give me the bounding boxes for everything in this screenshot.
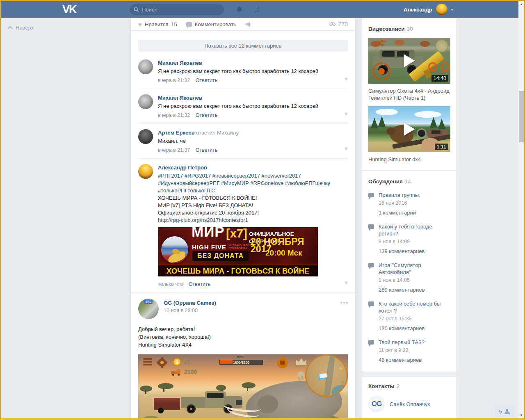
vk-logo[interactable]: VK bbox=[62, 3, 76, 16]
comment-like-icon[interactable]: ♥ bbox=[345, 110, 348, 117]
discussion-title[interactable]: Правила группы. bbox=[379, 192, 420, 199]
community-avatar[interactable]: OG bbox=[138, 299, 159, 319]
scroll-up-arrow[interactable]: ▲ bbox=[518, 2, 524, 6]
contact-avatar[interactable]: OG bbox=[368, 396, 385, 412]
avatar[interactable] bbox=[138, 94, 153, 109]
hashtag-line[interactable]: #РПГ2017 #RPG2017 #новыйсервер2017 #news… bbox=[158, 172, 348, 180]
comment-time: вчера в 21:32 bbox=[158, 78, 190, 83]
comment-like-icon[interactable]: ♥ bbox=[345, 279, 348, 286]
discussion-comments[interactable]: 1 комментарий bbox=[379, 209, 420, 216]
og-logo: OG bbox=[144, 300, 153, 304]
views-count: 770 bbox=[338, 21, 348, 27]
search-box[interactable] bbox=[130, 4, 224, 15]
video-thumbnail[interactable]: 1:11 bbox=[368, 106, 450, 152]
avatar[interactable] bbox=[138, 129, 153, 144]
video-title[interactable]: Симулятор Охоты 4x4 - Андроид Геймплей H… bbox=[368, 87, 450, 101]
reply-link[interactable]: Ответить bbox=[196, 78, 217, 83]
comment-author[interactable]: Михаил Яковлев bbox=[158, 95, 202, 101]
user-menu[interactable]: Александр ▾ bbox=[404, 1, 453, 18]
game-weight-label: Вес bbox=[237, 355, 243, 359]
game-coin-icon: S bbox=[173, 358, 181, 366]
user-name: Александр bbox=[404, 7, 432, 13]
post-menu-ellipsis-icon[interactable] bbox=[340, 299, 348, 319]
home-icon: ⌂ bbox=[340, 379, 344, 386]
comment-author[interactable]: Михаил Яковлев bbox=[158, 60, 202, 66]
like-label: Нравится bbox=[145, 21, 168, 27]
post-date[interactable]: 10 ноя в 23:00 bbox=[164, 308, 216, 313]
scroll-down-arrow[interactable]: ▼ bbox=[518, 413, 524, 417]
views-counter: 770 bbox=[329, 21, 348, 27]
contact-name[interactable]: Санёк Оппанчук bbox=[390, 401, 430, 407]
discussion-title[interactable]: Игра "Симулятор Автомобиля" bbox=[379, 262, 450, 276]
banner-platform: ОФИЦИАЛЬНАЯ ПЛАТФОРМА bbox=[228, 243, 252, 250]
post-author[interactable]: OG (Oppana Games) bbox=[164, 300, 216, 306]
discussion-comments[interactable]: 289 комментариев bbox=[379, 286, 450, 293]
online-members-badge[interactable]: 5 bbox=[494, 405, 514, 418]
promo-banner-image[interactable]: МИР [x7] HIGH FIVE ОФИЦИАЛЬНАЯ ПЛАТФОРМА… bbox=[158, 227, 318, 276]
banner-no-donate: БЕЗ ДОНАТА bbox=[192, 251, 249, 261]
discussions-section-header[interactable]: Обсуждения14 bbox=[368, 171, 450, 185]
comment-button[interactable]: Комментировать bbox=[186, 21, 236, 27]
post-card: ♥ Нравится 15 Комментировать 770 Показат… bbox=[130, 18, 356, 318]
chevron-down-icon: ▾ bbox=[451, 7, 453, 12]
post-card: OG OG (Oppana Games) 10 ноя в 23:00 Добр… bbox=[130, 292, 356, 420]
play-icon bbox=[404, 54, 415, 67]
reply-link[interactable]: Ответить bbox=[196, 112, 217, 118]
comment-like-icon[interactable]: ♥ bbox=[345, 145, 348, 152]
avatar[interactable] bbox=[138, 59, 153, 74]
comment-text-line: МИР [x7] PTS High Five! БЕЗ ДОНАТА! bbox=[158, 202, 348, 209]
game-screenshot-image[interactable]: S 41 2100 Вес 1600/5300 ▲ ⌂ bbox=[138, 354, 348, 420]
contact-item: OG Санёк Оппанчук bbox=[368, 396, 450, 412]
scrollbar[interactable]: ▲ ▼ bbox=[518, 1, 524, 418]
video-duration: 1:11 bbox=[435, 144, 448, 150]
discussion-item: Какой у тебя в городе регион? 8 ноя в 14… bbox=[368, 223, 450, 255]
discussion-title[interactable]: Твой первый ТАЗ? bbox=[379, 339, 425, 346]
share-button[interactable] bbox=[245, 21, 252, 27]
video-title[interactable]: Hunting Simulator 4x4 bbox=[368, 156, 450, 163]
person-icon bbox=[504, 409, 510, 414]
comment-author[interactable]: Артем Еркеев bbox=[158, 130, 194, 136]
game-crown-icon bbox=[296, 358, 306, 365]
online-count: 5 bbox=[499, 409, 502, 415]
notifications-bell-icon[interactable] bbox=[235, 1, 243, 18]
hashtag-line[interactable]: #ИдунановыйсерверРПГ #МируМИР #RPGonelov… bbox=[158, 180, 348, 187]
discussion-item: Игра "Симулятор Автомобиля" 8 ноя в 14:0… bbox=[368, 262, 450, 293]
right-sidebar: Видеозаписи30 5065 700 14:40 Симулятор О… bbox=[362, 18, 457, 420]
discussion-date: 8 ноя в 14:09 bbox=[379, 238, 450, 245]
vk-page: VK ♫ Александр ▾ Наверх ♥ Нравится 15 bbox=[0, 0, 525, 420]
game-menu-icon bbox=[143, 358, 152, 367]
comment-like-icon[interactable]: ♥ bbox=[345, 75, 348, 82]
heart-icon: ♥ bbox=[138, 21, 142, 27]
hashtag-line[interactable]: #толькоРПГтолькоПТС bbox=[158, 187, 348, 194]
reply-link[interactable]: Ответить bbox=[189, 281, 210, 287]
comment-item: Михаил Яковлев Я не раскрою вам секрет т… bbox=[138, 89, 348, 124]
back-to-top-button[interactable]: Наверх bbox=[8, 25, 34, 31]
discussion-bubble-icon bbox=[368, 224, 374, 229]
comment-time: вчера в 21:32 bbox=[158, 112, 190, 118]
discussion-comments[interactable]: 139 комментариев bbox=[379, 248, 450, 255]
search-input[interactable] bbox=[142, 7, 216, 13]
game-weight-bar: 1600/5300 bbox=[219, 360, 263, 365]
reply-link[interactable]: Ответить bbox=[196, 147, 217, 153]
discussion-title[interactable]: Кто какой себе номер бы хотел ? bbox=[379, 300, 450, 314]
play-icon bbox=[404, 123, 415, 136]
scrollbar-thumb[interactable] bbox=[519, 91, 524, 142]
like-button[interactable]: ♥ Нравится 15 bbox=[138, 21, 177, 27]
videos-section-header[interactable]: Видеозаписи30 bbox=[368, 18, 450, 32]
comment-text-line: Официальное открытие 20 ноября 2017! bbox=[158, 209, 348, 217]
discussion-comments[interactable]: 48 комментариев bbox=[379, 356, 425, 363]
comment-item: Александр Петров #РПГ2017 #RPG2017 #новы… bbox=[138, 159, 348, 292]
comment-author[interactable]: Александр Петров bbox=[158, 164, 207, 171]
comment-text: Я не раскрою вам секрет того как быстро … bbox=[158, 103, 348, 110]
music-icon[interactable]: ♫ bbox=[253, 1, 260, 18]
avatar[interactable] bbox=[138, 164, 153, 179]
discussion-item: Правила группы. 16 ноя 2016 1 комментари… bbox=[368, 192, 450, 216]
video-thumbnail[interactable]: 5065 700 14:40 bbox=[368, 38, 450, 84]
game-camera-button bbox=[277, 357, 288, 368]
external-link[interactable]: http://rpg-club.org/ns2017hfcontestpr1 bbox=[158, 217, 348, 224]
show-all-comments-button[interactable]: Показать все 12 комментариев bbox=[138, 40, 348, 52]
user-avatar bbox=[436, 4, 447, 15]
discussion-title[interactable]: Какой у тебя в городе регион? bbox=[379, 223, 450, 237]
discussion-comments[interactable]: 120 комментариев bbox=[379, 325, 450, 332]
contacts-section-header[interactable]: Контакты2 bbox=[368, 377, 450, 389]
